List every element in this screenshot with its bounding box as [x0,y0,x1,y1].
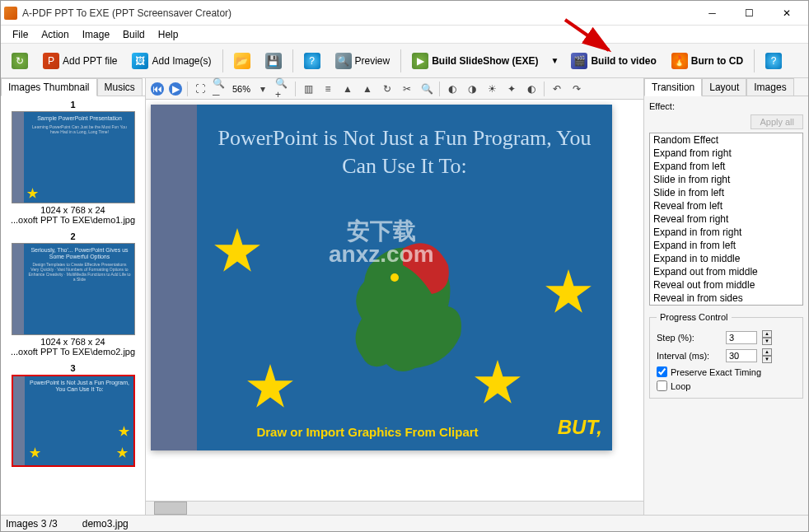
tab-transition[interactable]: Transition [644,78,702,96]
star-icon[interactable]: ✦ [504,82,519,96]
separator [754,49,755,72]
add-ppt-button[interactable]: PAdd PPT file [37,49,123,72]
fit-icon[interactable]: ⛶ [193,82,208,96]
effect-option[interactable]: Expand in from sides [650,305,802,306]
effect-option[interactable]: Random Effect [650,133,802,147]
loop-checkbox[interactable] [657,380,667,391]
right-panel: Transition Layout Images Effect: Apply a… [643,78,808,515]
effect-option[interactable]: Slide in from right [650,173,802,186]
adjust-icon[interactable]: ◐ [524,82,539,96]
status-filename: demo3.jpg [82,518,129,530]
effect-option[interactable]: Reveal out from middle [650,278,802,292]
magnifier-icon: 🔍 [335,53,352,69]
effect-option[interactable]: Expand in to middle [650,252,802,265]
save-button[interactable]: 💾 [260,49,288,72]
tab-images[interactable]: Images [746,78,793,96]
image-icon: 🖼 [132,53,148,69]
slide-but-text: BUT, [558,416,602,439]
effect-listbox[interactable]: Random EffectExpand from rightExpand fro… [649,133,803,306]
star-graphic [213,228,261,276]
thumbnail-item[interactable]: 1 Sample PowerPoint PresentationLearning… [4,100,142,225]
thumbnail-item[interactable]: 3 PowerPoint is Not Just a Fun Program, … [4,363,142,467]
thumbnail-item[interactable]: 2 Seriously, Tho'... PowerPoint Gives us… [4,231,142,357]
tab-layout[interactable]: Layout [702,78,746,96]
separator [400,49,401,72]
svg-point-0 [390,273,399,282]
preview-toolbar: ⏮ ▶ ⛶ 🔍─ 56% ▾ 🔍+ ▥ ≡ ▲ ▲ ↻ ✂ 🔍 ◐ ◑ ☀ ✦ … [146,78,643,100]
flip-v-icon[interactable]: ≡ [320,82,335,96]
tab-thumbnails[interactable]: Images Thumbnail [1,78,97,96]
zoom-out-icon[interactable]: 🔍─ [213,82,227,96]
save-icon: 💾 [265,53,282,69]
slide-preview: PowerPoint is Not Just a Fun Program, Yo… [151,105,612,450]
effect-icon[interactable]: 🔍 [419,82,434,96]
interval-input[interactable] [726,349,757,362]
effect-option[interactable]: Expand from right [650,147,802,160]
new-icon: ↻ [12,53,28,69]
preview-viewport[interactable]: PowerPoint is Not Just a Fun Program, Yo… [146,100,643,501]
crop-icon[interactable]: ✂ [400,82,414,96]
effect-option[interactable]: Reveal in from sides [650,292,802,305]
nav-play-icon[interactable]: ▶ [169,82,182,96]
window-title: A-PDF PPT To EXE (PPT Screensaver Creato… [22,7,694,19]
effect-option[interactable]: Expand in from right [650,226,802,239]
sun-icon[interactable]: ☀ [484,82,499,96]
thumbnail-list[interactable]: 1 Sample PowerPoint PresentationLearning… [1,96,145,515]
about-button[interactable]: ? [760,49,788,72]
build-dropdown[interactable]: ▼ [548,56,563,65]
flip-h-icon[interactable]: ▥ [301,82,316,96]
effect-option[interactable]: Expand in from left [650,239,802,252]
redo-icon[interactable]: ↷ [569,82,584,96]
rotate-left-icon[interactable]: ▲ [340,82,355,96]
separator [292,49,293,72]
brightness-icon[interactable]: ◑ [465,82,479,96]
add-images-button[interactable]: 🖼Add Image(s) [126,49,217,72]
close-button[interactable]: ✕ [768,2,805,25]
help-icon: ? [304,53,320,69]
apply-all-button[interactable]: Apply all [751,114,803,129]
effect-option[interactable]: Slide in from left [650,186,802,199]
menu-build[interactable]: Build [116,27,152,42]
menu-action[interactable]: Action [35,27,75,42]
effect-option[interactable]: Reveal from right [650,212,802,226]
menu-bar: File Action Image Build Help [1,26,808,44]
burn-icon: 🔥 [671,53,688,69]
ppt-icon: P [43,53,59,69]
star-graphic [246,364,294,412]
minimize-button[interactable]: ─ [694,2,731,25]
preserve-timing-checkbox[interactable] [657,366,667,377]
interval-spinner[interactable]: ▲▼ [762,348,772,363]
separator [222,49,223,72]
step-spinner[interactable]: ▲▼ [762,330,772,345]
build-video-button[interactable]: 🎬Build to video [565,49,662,72]
effect-option[interactable]: Reveal from left [650,199,802,212]
undo-icon[interactable]: ↶ [549,82,564,96]
left-panel: Images Thumbnail Musics 1 Sample PowerPo… [1,78,146,515]
zoom-value: 56% [232,84,250,94]
step-input[interactable] [726,331,757,344]
new-button[interactable]: ↻ [6,49,34,72]
contrast-icon[interactable]: ◐ [445,82,460,96]
video-icon: 🎬 [571,53,587,69]
info-icon: ? [765,53,782,69]
menu-image[interactable]: Image [76,27,116,42]
effect-option[interactable]: Expand from left [650,160,802,173]
menu-help[interactable]: Help [152,27,185,42]
effect-option[interactable]: Expand out from middle [650,265,802,278]
slide-title: PowerPoint is Not Just a Fun Program, Yo… [210,124,599,180]
nav-first-icon[interactable]: ⏮ [151,82,164,96]
menu-file[interactable]: File [6,27,35,42]
zoom-dropdown[interactable]: ▾ [255,82,270,96]
progress-control-group: Progress Control Step (%): ▲▼ Interval (… [649,312,803,399]
help-button[interactable]: ? [298,49,326,72]
build-slideshow-button[interactable]: ▶Build SlideShow (EXE) [406,49,544,72]
preview-button[interactable]: 🔍Preview [330,49,396,72]
horizontal-scrollbar[interactable] [146,501,643,515]
zoom-in-icon[interactable]: 🔍+ [275,82,290,96]
open-button[interactable]: 📂 [228,49,256,72]
rotate-right-icon[interactable]: ▲ [360,82,375,96]
tab-musics[interactable]: Musics [97,78,143,96]
maximize-button[interactable]: ☐ [731,2,768,25]
rotate-icon[interactable]: ↻ [380,82,395,96]
burn-cd-button[interactable]: 🔥Burn to CD [666,49,749,72]
